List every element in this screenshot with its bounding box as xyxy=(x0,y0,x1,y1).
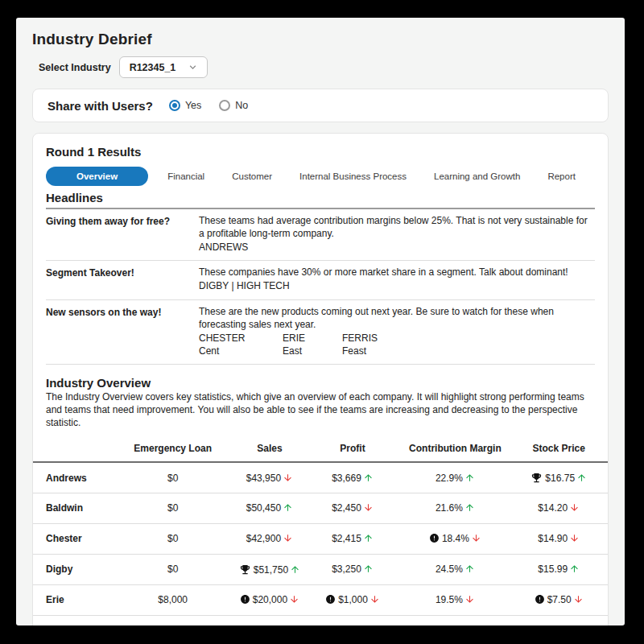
col-stock-price: Stock Price xyxy=(518,435,608,462)
arrow-down-icon xyxy=(464,594,475,605)
trophy-icon xyxy=(428,625,440,625)
arrow-down-icon xyxy=(569,533,580,543)
arrow-up-icon xyxy=(576,473,587,483)
cell-company: Ferris xyxy=(33,615,119,625)
new-product: ERIEEast xyxy=(283,332,315,358)
cell-emergency-loan: $0 xyxy=(119,462,226,493)
arrow-down-icon xyxy=(471,533,481,543)
headline-row: Segment Takeover!These companies have 30… xyxy=(46,261,595,300)
arrow-up-icon xyxy=(464,473,475,483)
cell-sales: $20,000 xyxy=(226,584,312,615)
radio-option-yes[interactable]: Yes xyxy=(169,100,201,111)
arrow-down-icon xyxy=(283,473,293,483)
cell-value: 22.9% xyxy=(436,473,463,484)
cell-value: $2,450 xyxy=(332,502,361,514)
warning-icon xyxy=(535,594,545,605)
cell-stock-price: $14.20 xyxy=(518,493,608,523)
headline-content: These companies have 30% or more market … xyxy=(199,266,595,293)
tab-overview[interactable]: Overview xyxy=(46,167,148,186)
cell-value: 18.4% xyxy=(442,533,469,544)
radio-option-no[interactable]: No xyxy=(219,100,248,111)
cell-emergency-loan: $0 xyxy=(119,523,226,554)
cell-value: $3,250 xyxy=(332,564,361,575)
arrow-up-icon xyxy=(464,564,475,574)
col-sales: Sales xyxy=(226,435,312,462)
cell-value: 21.6% xyxy=(436,502,463,514)
arrow-up-icon xyxy=(569,625,580,625)
headline-content: These are the new products coming out ne… xyxy=(199,306,595,357)
cell-sales: $42,900 xyxy=(226,523,312,554)
tab-internal-business-process[interactable]: Internal Business Process xyxy=(291,167,415,185)
new-product-name: Cent xyxy=(199,345,255,358)
chevron-down-icon xyxy=(187,61,199,73)
tab-learning-and-growth[interactable]: Learning and Growth xyxy=(426,167,528,185)
table-row-chester: Chester$0$42,900$2,41518.4%$14.90 xyxy=(33,523,608,554)
cell-company: Andrews xyxy=(33,462,119,493)
cell-value: $3,669 xyxy=(332,473,361,484)
radio-selected-icon[interactable] xyxy=(169,100,180,111)
new-product: CHESTERCent xyxy=(199,332,255,358)
col-company xyxy=(33,435,119,462)
industry-overview-title: Industry Overview xyxy=(46,376,595,391)
industry-select-row: Select Industry R12345_1 xyxy=(39,56,625,78)
tab-report[interactable]: Report xyxy=(539,167,584,185)
cell-value: $0 xyxy=(167,473,178,484)
arrow-down-icon xyxy=(283,533,293,543)
cell-value: $0 xyxy=(167,625,178,625)
cell-emergency-loan: $0 xyxy=(119,554,226,584)
cell-value: $1,000 xyxy=(338,594,368,605)
cell-stock-price: $16.75 xyxy=(518,462,608,493)
cell-value: $2,415 xyxy=(332,533,361,544)
arrow-up-icon xyxy=(290,564,300,575)
cell-stock-price: $15.99 xyxy=(518,554,608,584)
industry-table-body: Andrews$0$43,950$3,66922.9%$16.75Baldwin… xyxy=(33,462,608,625)
col-profit: Profit xyxy=(313,435,393,462)
tab-bar: OverviewFinancialCustomerInternal Busine… xyxy=(46,167,592,186)
cell-stock-price: $16.20 xyxy=(518,615,608,625)
arrow-up-icon xyxy=(363,473,374,483)
cell-sales: $43,950 xyxy=(226,462,312,493)
cell-value: $51,750 xyxy=(254,564,288,576)
industry-select-label: Select Industry xyxy=(39,62,111,73)
industry-select-value: R12345_1 xyxy=(130,62,176,73)
arrow-up-icon xyxy=(569,564,580,574)
new-product-name: East xyxy=(283,345,315,358)
headlines-list: Giving them away for free?These teams ha… xyxy=(46,209,595,365)
cell-contribution-margin: 21.6% xyxy=(392,493,518,523)
header-row: Emergency LoanSalesProfitContribution Ma… xyxy=(33,435,608,462)
headline-title: Giving them away for free? xyxy=(46,215,199,254)
cell-profit: $3,250 xyxy=(313,554,393,584)
arrow-down-icon xyxy=(289,594,299,605)
new-products-grid: CHESTERCentERIEEastFERRISFeast xyxy=(199,332,595,358)
cell-value: $8,000 xyxy=(158,594,188,605)
radio-label: No xyxy=(235,100,248,111)
cell-sales: $51,750 xyxy=(226,554,312,584)
tab-customer[interactable]: Customer xyxy=(224,167,280,185)
cell-sales: $50,450 xyxy=(226,493,312,523)
cell-value: $45,275 xyxy=(246,625,281,625)
share-question: Share with Users? xyxy=(47,99,153,113)
cell-value: $43,950 xyxy=(246,473,281,484)
industry-overview-description: The Industry Overview covers key statist… xyxy=(46,391,595,430)
arrow-down-icon xyxy=(569,502,580,513)
cell-company: Baldwin xyxy=(33,493,119,523)
cell-profit: $3,669 xyxy=(313,462,393,493)
cell-sales: $45,275 xyxy=(226,615,312,625)
trophy-icon xyxy=(324,625,336,625)
table-row-ferris: Ferris$0$45,275$3,95026.1%$16.20 xyxy=(33,615,608,625)
cell-emergency-loan: $8,000 xyxy=(119,584,226,615)
table-row-erie: Erie$8,000$20,000$1,00019.5%$7.50 xyxy=(33,584,608,615)
cell-contribution-margin: 19.5% xyxy=(392,584,518,615)
industry-select[interactable]: R12345_1 xyxy=(119,56,208,78)
cell-value: 19.5% xyxy=(436,594,463,605)
tab-financial[interactable]: Financial xyxy=(159,167,213,185)
trophy-icon xyxy=(239,564,251,576)
cell-profit: $1,000 xyxy=(313,584,393,615)
headline-row: Giving them away for free?These teams ha… xyxy=(46,209,595,261)
cell-contribution-margin: 26.1% xyxy=(392,615,518,625)
radio-unselected-icon[interactable] xyxy=(219,100,230,111)
cell-profit: $2,415 xyxy=(313,523,393,554)
trophy-icon xyxy=(530,472,543,484)
arrow-up-icon xyxy=(363,533,374,543)
cell-value: $15.99 xyxy=(538,564,568,575)
